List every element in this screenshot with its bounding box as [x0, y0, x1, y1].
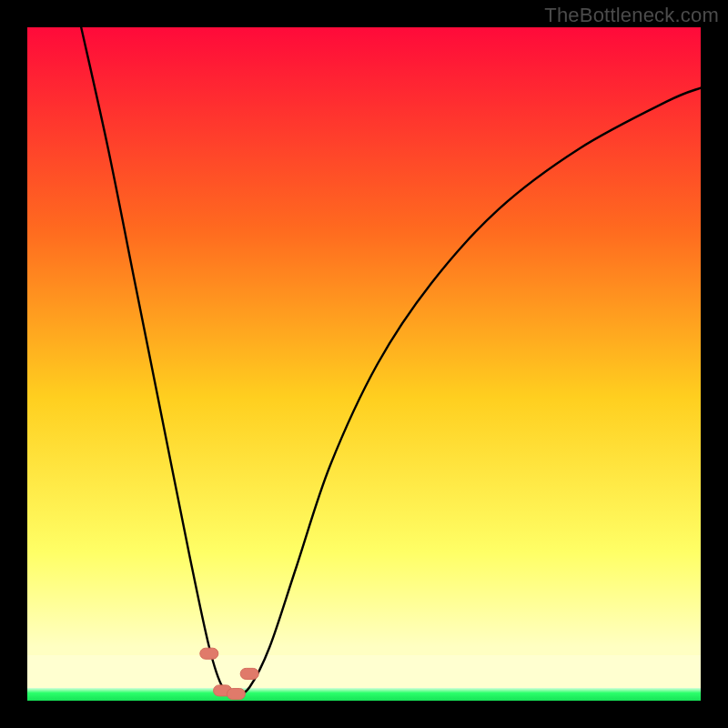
watermark-text: TheBottleneck.com	[544, 4, 719, 27]
chart-frame: TheBottleneck.com	[0, 0, 728, 728]
optimal-marker	[200, 648, 218, 659]
optimal-zone-markers	[200, 648, 258, 699]
optimal-marker	[240, 668, 258, 679]
bottleneck-curve-svg	[27, 27, 701, 701]
plot-area	[27, 27, 701, 701]
optimal-marker	[227, 689, 245, 700]
bottleneck-curve	[81, 27, 701, 694]
